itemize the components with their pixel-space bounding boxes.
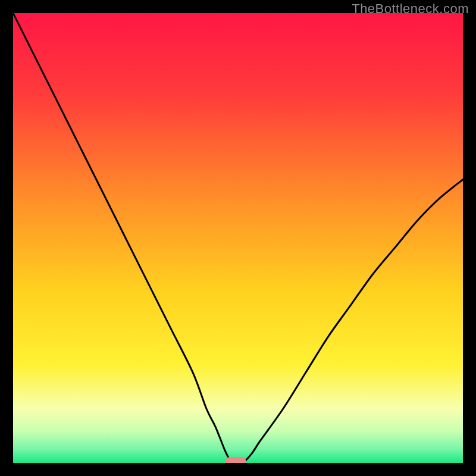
plot-area (13, 13, 463, 463)
chart-frame: TheBottleneck.com (0, 0, 476, 476)
bottleneck-chart (13, 13, 463, 463)
gradient-background (13, 13, 463, 463)
minimum-marker (226, 457, 246, 463)
